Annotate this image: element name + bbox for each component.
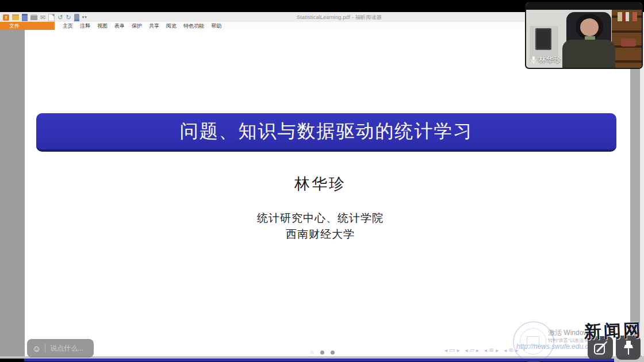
page-dot[interactable]	[320, 351, 324, 355]
snapshot-icon[interactable]	[48, 14, 55, 21]
speaker-body	[562, 40, 615, 68]
chat-divider	[45, 344, 45, 353]
emoji-icon[interactable]: ☺	[32, 344, 41, 353]
video-top-shadow	[526, 3, 642, 10]
news-url-watermark: http://news.swufe.edu.cn	[516, 342, 592, 351]
chat-placeholder: 说点什么...	[50, 344, 83, 353]
left-panel-strip	[0, 30, 25, 356]
next-icon[interactable]: ▸	[457, 347, 459, 353]
tab-read[interactable]: 阅览	[166, 22, 177, 30]
tab-share[interactable]: 共享	[149, 22, 159, 30]
shelf-item	[621, 38, 636, 47]
nav-group-shape[interactable]: ◂ ▱ ▸	[465, 346, 479, 354]
rect-icon[interactable]: ▭	[449, 346, 455, 354]
slide-affiliation-2: 西南财经大学	[90, 227, 550, 242]
wave-icon[interactable]: ≋	[508, 346, 513, 354]
page-dot[interactable]	[331, 351, 335, 355]
tab-form[interactable]: 表单	[114, 22, 125, 30]
next-icon[interactable]: ▸	[476, 347, 479, 353]
toolbar-dropdown-icon[interactable]: ▾▾	[82, 15, 87, 20]
microphone-icon	[531, 56, 536, 64]
print-icon[interactable]	[30, 14, 37, 20]
page-dot-active[interactable]	[310, 351, 314, 355]
hand-tool-icon[interactable]	[74, 14, 79, 21]
nav-group-page[interactable]: ◂ ▭ ▸	[444, 346, 459, 354]
wave-icon[interactable]: ≋	[489, 346, 494, 354]
tab-protect[interactable]: 保护	[132, 22, 142, 30]
prev-icon[interactable]: ◂	[484, 347, 487, 353]
bottom-blue-bar	[24, 359, 614, 361]
document-title: StatisticalLearning.pdf - 福昕阅读器	[230, 14, 448, 21]
nav-group-scroll-1[interactable]: ◂ ≋ ▸	[484, 346, 499, 354]
tab-view[interactable]: 视图	[97, 22, 108, 30]
speaker-nameplate: 林华珍	[531, 55, 561, 65]
tab-file[interactable]: 文件	[0, 22, 55, 30]
news-brand-watermark: 新闻网	[584, 318, 644, 344]
screen: f ✉ ↺ ↻ ▾▾ StatisticalLearning.pdf - 福昕阅…	[0, 0, 644, 362]
chat-input[interactable]: ☺ 说点什么...	[27, 339, 94, 357]
email-icon[interactable]: ✉	[40, 14, 45, 21]
scrollbar[interactable]	[630, 30, 640, 356]
redo-icon[interactable]: ↻	[66, 14, 71, 21]
tab-help[interactable]: 帮助	[211, 22, 221, 30]
books	[618, 12, 637, 21]
shape-icon[interactable]: ▱	[470, 346, 474, 354]
tab-home[interactable]: 主页	[63, 22, 73, 30]
open-file-icon[interactable]	[12, 14, 19, 20]
webcam-video[interactable]: 林华珍	[525, 2, 643, 69]
next-icon[interactable]: ▸	[496, 347, 499, 353]
tab-features[interactable]: 特色功能	[183, 22, 204, 30]
speaker-name: 林华珍	[539, 55, 561, 65]
save-icon[interactable]	[22, 14, 28, 21]
slide-author: 林华珍	[90, 174, 550, 194]
slide-dots	[310, 351, 335, 355]
prev-icon[interactable]: ◂	[465, 347, 467, 353]
device	[535, 28, 551, 50]
tab-comment[interactable]: 注释	[80, 22, 90, 30]
undo-icon[interactable]: ↺	[57, 14, 63, 21]
prev-icon[interactable]: ◂	[504, 347, 507, 353]
slide-title: 问题、知识与数据驱动的统计学习	[180, 119, 473, 144]
speaker-face	[580, 18, 599, 36]
slide-affiliation-1: 统计研究中心、统计学院	[90, 211, 550, 226]
app-logo-icon[interactable]: f	[3, 14, 9, 21]
prev-icon[interactable]: ◂	[444, 347, 447, 353]
quick-access-toolbar: f ✉ ↺ ↻ ▾▾	[3, 13, 87, 21]
slide-title-banner: 问题、知识与数据驱动的统计学习	[36, 113, 616, 152]
page-nav-controls: ◂ ▭ ▸ ◂ ▱ ▸ ◂ ≋ ▸ ◂ ≋ ▸	[444, 346, 519, 354]
